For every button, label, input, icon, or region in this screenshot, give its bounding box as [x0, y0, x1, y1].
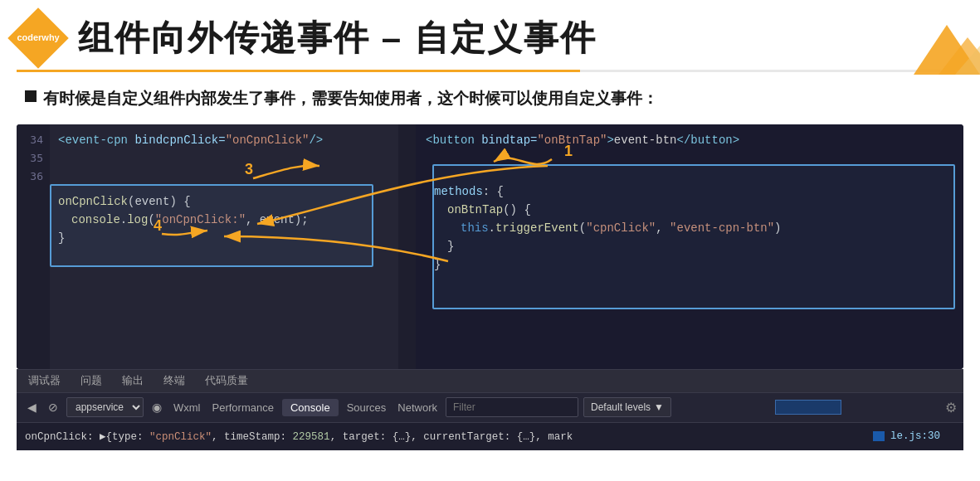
console-toolbar: ◀ ⊘ appservice ◉ Wxml Performance Consol…: [17, 392, 963, 422]
devtools-tab-debugger[interactable]: 调试器: [25, 372, 64, 390]
levels-chevron-icon: ▼: [654, 401, 664, 413]
code-right-line1: <button bindtap="onBtnTap">event-btn</bu…: [426, 131, 953, 149]
logo-diamond: coderwhy: [7, 7, 69, 69]
devtools-tab-issues[interactable]: 问题: [77, 372, 105, 390]
console-output-text: onCpnClick: ▶{type: "cpnClick", timeStam…: [25, 430, 573, 443]
console-output: onCpnClick: ▶{type: "cpnClick", timeStam…: [17, 422, 963, 450]
line-num-34: 34: [17, 131, 50, 149]
code-left-panel: 34 35 36 <event-cpn bindcpnClick="onCpnC…: [17, 124, 398, 369]
tab-console[interactable]: Console: [282, 399, 339, 416]
stop-icon[interactable]: ⊘: [45, 399, 61, 415]
back-arrow-icon[interactable]: ◀: [23, 399, 40, 415]
filter-input[interactable]: [446, 397, 578, 417]
devtools-tab-terminal[interactable]: 终端: [160, 372, 188, 390]
page-container: coderwhy 组件向外传递事件 – 自定义事件 有时候是自定义组件内部发生了…: [0, 0, 980, 481]
gear-icon[interactable]: ⚙: [945, 400, 957, 415]
line-num-36: 36: [17, 168, 50, 186]
eye-icon[interactable]: ◉: [149, 399, 165, 415]
header: coderwhy 组件向外传递事件 – 自定义事件: [0, 0, 980, 70]
code-right-panel: <button bindtap="onBtnTap">event-btn</bu…: [416, 124, 963, 369]
logo-text: coderwhy: [17, 32, 59, 43]
devtools-bar: 调试器 问题 输出 终端 代码质量: [17, 369, 963, 392]
tab-sources[interactable]: Sources: [344, 400, 390, 415]
tab-performance[interactable]: Performance: [209, 400, 277, 415]
levels-label: Default levels: [591, 401, 651, 413]
highlight-box-right: [432, 164, 955, 309]
line-numbers: 34 35 36: [17, 124, 50, 369]
code-line-34: <event-cpn bindcpnClick="onCpnClick"/>: [58, 131, 390, 149]
code-area: 34 35 36 <event-cpn bindcpnClick="onCpnC…: [17, 124, 963, 369]
appservice-dropdown[interactable]: appservice: [66, 397, 144, 417]
page-title: 组件向外传递事件 – 自定义事件: [78, 15, 597, 61]
scroll-indicator: [873, 431, 885, 441]
highlight-box-left: [50, 184, 373, 267]
devtools-tab-output[interactable]: 输出: [119, 372, 147, 390]
file-reference: le.js:30: [890, 430, 940, 442]
code-line-35: [58, 149, 390, 168]
bullet-icon: [25, 90, 37, 102]
default-levels-button[interactable]: Default levels ▼: [583, 397, 671, 417]
tab-wxml[interactable]: Wxml: [170, 400, 204, 415]
tab-network[interactable]: Network: [394, 400, 441, 415]
blue-indicator: [775, 400, 841, 415]
line-num-35: 35: [17, 149, 50, 168]
bullet-section: 有时候是自定义组件内部发生了事件，需要告知使用者，这个时候可以使用自定义事件：: [0, 87, 980, 124]
devtools-tab-codequality[interactable]: 代码质量: [202, 372, 251, 390]
bullet-text: 有时候是自定义组件内部发生了事件，需要告知使用者，这个时候可以使用自定义事件：: [43, 87, 658, 111]
